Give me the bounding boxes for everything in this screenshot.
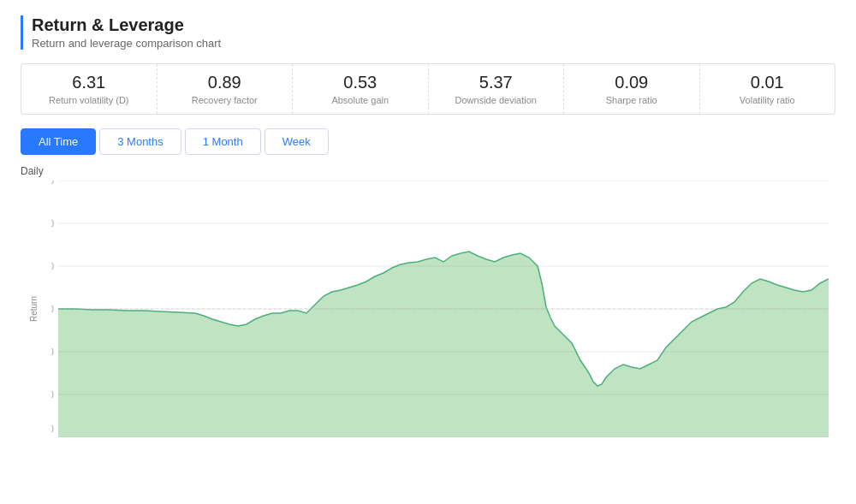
metric-item-1: 0.89 Recovery factor [158, 64, 294, 114]
filter-btn-2[interactable]: 1 Month [185, 128, 261, 155]
chart-area: Return 90.00 60.00 30.00 0.00 -30.00 -60… [21, 181, 835, 454]
metric-label-1: Recovery factor [164, 95, 286, 105]
filter-btn-0[interactable]: All Time [21, 128, 96, 155]
page-header: Return & Leverage Return and leverage co… [21, 15, 835, 50]
filter-btn-3[interactable]: Week [265, 128, 329, 155]
metric-label-2: Absolute gain [300, 95, 421, 105]
svg-text:0.00: 0.00 [51, 304, 54, 314]
svg-text:30.00: 30.00 [51, 261, 54, 271]
metric-item-4: 0.09 Sharpe ratio [564, 64, 700, 114]
svg-text:60.00: 60.00 [51, 218, 54, 228]
time-filter-group: All Time3 Months1 MonthWeek [21, 128, 835, 155]
metric-value-5: 0.01 [707, 73, 829, 92]
metric-value-0: 6.31 [28, 73, 150, 92]
chart-container: Return 90.00 60.00 30.00 0.00 -30.00 -60… [51, 181, 835, 437]
chart-period-label: Daily [21, 165, 835, 177]
y-axis-label: Return [29, 296, 39, 322]
metric-value-2: 0.53 [300, 73, 421, 92]
metric-item-3: 5.37 Downside deviation [429, 64, 565, 114]
metric-label-5: Volatility ratio [707, 95, 829, 105]
metric-item-2: 0.53 Absolute gain [293, 64, 429, 114]
svg-text:90.00: 90.00 [51, 181, 54, 186]
svg-text:-60.00: -60.00 [51, 389, 54, 400]
metric-value-1: 0.89 [164, 73, 286, 92]
metrics-bar: 6.31 Return volatility (D) 0.89 Recovery… [21, 63, 835, 115]
metric-label-4: Sharpe ratio [571, 95, 693, 105]
svg-text:-30.00: -30.00 [51, 347, 54, 357]
metric-label-3: Downside deviation [436, 95, 557, 105]
page-title: Return & Leverage [32, 15, 221, 35]
metric-item-0: 6.31 Return volatility (D) [21, 64, 158, 114]
metric-item-5: 0.01 Volatility ratio [700, 64, 835, 114]
metric-label-0: Return volatility (D) [28, 95, 150, 105]
metric-value-4: 0.09 [571, 73, 693, 92]
chart-fill [58, 252, 829, 437]
svg-text:-90.00: -90.00 [51, 424, 54, 434]
page-subtitle: Return and leverage comparison chart [32, 37, 221, 50]
filter-btn-1[interactable]: 3 Months [99, 128, 181, 155]
chart-svg: 90.00 60.00 30.00 0.00 -30.00 -60.00 -90… [51, 181, 835, 437]
metric-value-3: 5.37 [436, 73, 557, 92]
